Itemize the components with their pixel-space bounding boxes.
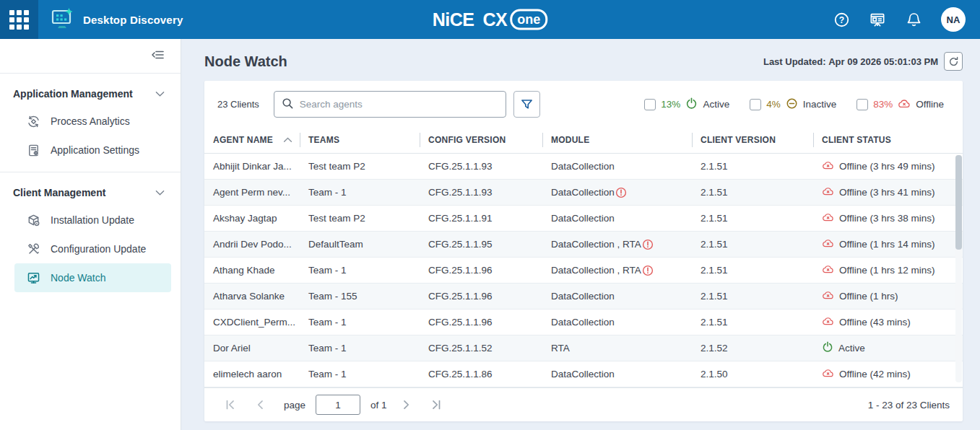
cloud-offline-icon <box>822 212 834 224</box>
team-cell: Team - 1 <box>300 180 420 206</box>
agent-name-cell: elimelech aaron <box>204 361 300 387</box>
last-page-icon[interactable] <box>428 397 443 413</box>
client-version-cell: 2.1.51 <box>692 154 813 180</box>
column-header-teams[interactable]: TEAMS <box>300 127 420 154</box>
top-bar: Desktop Discovery NiCE CX one ? <box>0 0 980 39</box>
column-header-client-status[interactable]: CLIENT STATUS <box>813 127 963 154</box>
search-input[interactable] <box>300 99 498 110</box>
nice-cxone-logo: NiCE CX one <box>433 9 547 30</box>
column-header-module[interactable]: MODULE <box>542 127 692 154</box>
sidebar-item-process-analytics[interactable]: Process Analytics <box>14 107 171 136</box>
sidebar-item-label: Configuration Update <box>51 243 146 255</box>
process-analytics-icon <box>26 114 40 128</box>
sidebar-item-application-settings[interactable]: Application Settings <box>14 136 171 164</box>
config-version-cell: CFG.25.1.1.52 <box>420 335 542 361</box>
module-cell: DataCollection , RTA <box>542 232 692 258</box>
table-body: Abhijit Dinkar Ja... Test team P2 CFG.25… <box>204 154 963 387</box>
offline-checkbox[interactable] <box>857 99 868 110</box>
client-version-cell: 2.1.50 <box>692 361 813 387</box>
sidebar-item-label: Process Analytics <box>51 115 130 127</box>
table-row[interactable]: Agent Perm nev... Team - 1 CFG.25.1.1.93… <box>204 180 963 206</box>
svg-text:?: ? <box>838 14 844 25</box>
notifications-bell-icon[interactable] <box>905 11 922 28</box>
table-row[interactable]: elimelech aaron Team - 1 CFG.25.1.1.86 D… <box>204 361 963 387</box>
agent-name-cell: Andrii Dev Podo... <box>204 232 300 258</box>
module-cell: DataCollection <box>542 154 692 180</box>
app-launcher-button[interactable] <box>0 0 38 39</box>
sidebar-item-label: Installation Update <box>51 214 134 226</box>
module-cell: DataCollection , RTA <box>542 258 692 284</box>
sidebar-collapse-icon[interactable] <box>151 48 165 63</box>
previous-page-icon[interactable] <box>252 397 268 413</box>
sort-ascending-icon[interactable] <box>283 135 292 145</box>
user-avatar[interactable]: NA <box>941 7 966 32</box>
refresh-button[interactable] <box>944 52 963 71</box>
vertical-scrollbar[interactable] <box>955 155 962 382</box>
config-version-cell: CFG.25.1.1.93 <box>420 180 542 206</box>
agent-name-cell: Atharva Solanke <box>204 284 300 310</box>
table-row[interactable]: Abhijit Dinkar Ja... Test team P2 CFG.25… <box>204 154 963 180</box>
team-cell: Team - 1 <box>300 335 420 361</box>
table-row[interactable]: Atharva Solanke Team - 155 CFG.25.1.1.96… <box>204 284 963 310</box>
column-header-config-version[interactable]: CONFIG VERSION <box>420 127 542 154</box>
table-row[interactable]: Andrii Dev Podo... DefaultTeam CFG.25.1.… <box>204 232 963 258</box>
chevron-down-icon <box>155 188 165 198</box>
cloud-offline-icon <box>822 186 834 198</box>
client-status-cell: Offline (43 mins) <box>813 310 963 335</box>
one-badge: one <box>510 9 547 30</box>
inactive-checkbox[interactable] <box>750 99 761 110</box>
cloud-offline-icon <box>822 160 834 172</box>
table-row[interactable]: CXDClient_Perm... Team - 1 CFG.25.1.1.96… <box>204 310 963 335</box>
next-page-icon[interactable] <box>399 397 415 413</box>
client-status-cell: Active <box>813 335 963 361</box>
table-toolbar: 23 Clients <box>204 81 963 127</box>
nice-wordmark: NiCE <box>433 9 474 30</box>
client-status-cell: Offline (3 hrs 49 mins) <box>813 154 963 180</box>
table-row[interactable]: Dor Ariel Team - 1 CFG.25.1.1.52 RTA <box>204 335 963 361</box>
table-row[interactable]: Athang Khade Team - 1 CFG.25.1.1.96 Data… <box>204 258 963 284</box>
client-version-cell: 2.1.51 <box>692 232 813 258</box>
agent-name-cell: Athang Khade <box>204 258 300 284</box>
help-icon[interactable]: ? <box>833 11 850 28</box>
desktop-discovery-logo-icon <box>50 7 74 32</box>
sidebar-item-node-watch[interactable]: Node Watch <box>14 263 171 292</box>
team-cell: Test team P2 <box>300 154 420 180</box>
column-header-agent-name[interactable]: AGENT NAME <box>204 127 300 154</box>
team-cell: Test team P2 <box>300 206 420 232</box>
scrollbar-thumb[interactable] <box>955 155 962 250</box>
config-version-cell: CFG.25.1.1.96 <box>420 284 542 310</box>
section-header-client-management[interactable]: Client Management <box>0 180 181 206</box>
first-page-icon[interactable] <box>223 397 239 413</box>
configuration-update-icon <box>26 242 40 256</box>
app-grid-icon <box>9 10 29 30</box>
cx-wordmark: CX <box>482 9 507 30</box>
config-version-cell: CFG.25.1.1.86 <box>420 361 542 387</box>
config-version-cell: CFG.25.1.1.96 <box>420 310 542 335</box>
sidebar-item-label: Application Settings <box>51 144 139 156</box>
column-header-client-version[interactable]: CLIENT VERSION <box>692 127 813 154</box>
minus-circle-icon <box>786 97 798 112</box>
agent-name-cell: Akshay Jagtap <box>204 206 300 232</box>
filter-inactive[interactable]: 4% Inactive <box>750 97 836 112</box>
pagination-bar: page of 1 1 - 23 of 23 Clients <box>204 387 963 421</box>
sidebar-item-configuration-update[interactable]: Configuration Update <box>14 234 171 263</box>
config-version-cell: CFG.25.1.1.91 <box>420 206 542 232</box>
active-checkbox[interactable] <box>644 99 656 110</box>
warning-icon <box>642 265 654 276</box>
table-row[interactable]: Akshay Jagtap Test team P2 CFG.25.1.1.91… <box>204 206 963 232</box>
filter-active[interactable]: 13% Active <box>644 97 729 112</box>
filter-offline[interactable]: 83% Offline <box>857 98 944 111</box>
warning-icon <box>615 187 627 198</box>
section-header-application-management[interactable]: Application Management <box>0 81 181 107</box>
page-number-input[interactable] <box>316 395 360 415</box>
agent-name-cell: CXDClient_Perm... <box>204 310 300 335</box>
chevron-down-icon <box>155 89 165 100</box>
team-cell: Team - 1 <box>300 258 420 284</box>
training-board-icon[interactable] <box>869 11 886 28</box>
module-cell: DataCollection <box>542 206 692 232</box>
filter-button[interactable] <box>513 91 540 118</box>
cloud-offline-icon <box>822 238 834 250</box>
sidebar-item-installation-update[interactable]: Installation Update <box>14 206 171 234</box>
agent-name-cell: Abhijit Dinkar Ja... <box>204 154 300 180</box>
team-cell: Team - 155 <box>300 284 420 310</box>
